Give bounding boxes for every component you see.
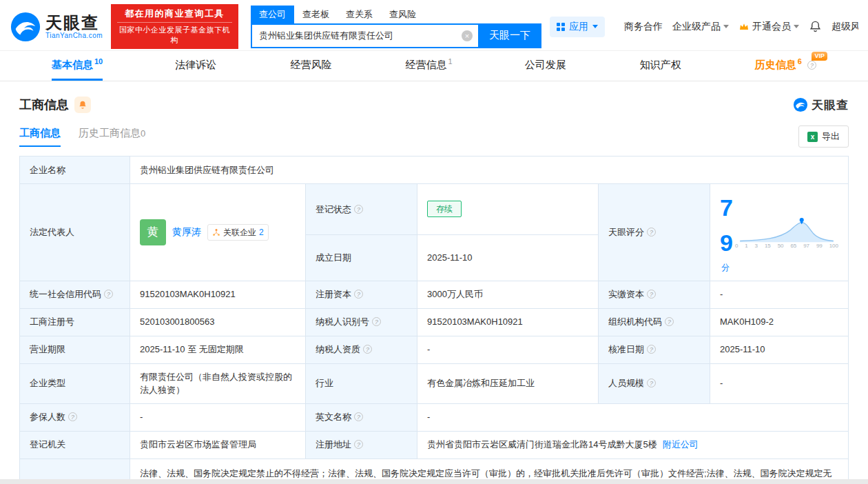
related-companies-tag[interactable]: 关联企业 2: [207, 224, 269, 241]
excel-icon: x: [807, 132, 818, 142]
search-input[interactable]: [251, 23, 478, 48]
reg-capital-label: 注册资本?: [306, 281, 417, 308]
industry-label: 行业: [306, 363, 417, 403]
help-icon[interactable]: ?: [647, 228, 656, 236]
score-curve: [735, 216, 838, 243]
tab-legal-proceedings[interactable]: 法律诉讼: [175, 51, 218, 81]
help-icon[interactable]: ?: [647, 290, 656, 299]
nav-open-membership[interactable]: 开通会员: [738, 21, 799, 33]
table-row: 参保人数? - 英文名称? -: [20, 403, 849, 431]
paid-capital-label: 实缴资本?: [599, 281, 710, 308]
score-label: 天眼评分?: [599, 184, 710, 281]
org-chart-icon: [212, 228, 220, 236]
table-row: 法定代表人 黄 黄厚涛 关联企业 2 登记状态? 存续 天眼评分? 79分: [20, 184, 849, 235]
tab-history-info[interactable]: 历史信息6 ? VIP: [755, 51, 816, 81]
insured-value: -: [130, 403, 306, 431]
search-tab-relation[interactable]: 查关系: [338, 6, 381, 23]
brand-stamp: 天眼查: [793, 97, 849, 113]
help-icon[interactable]: ?: [665, 317, 674, 326]
english-name-label: 英文名称?: [306, 403, 417, 431]
reg-status-label: 登记状态?: [306, 184, 417, 235]
slogan-badge: 都在用的商业查询工具 国家中小企业发展子基金旗下机构: [111, 4, 238, 49]
subtab-business-info[interactable]: 工商信息: [19, 127, 61, 147]
slogan-line1: 都在用的商业查询工具: [117, 8, 232, 23]
company-tabs: 基本信息10 法律诉讼 经营风险 经营信息1 公司发展 知识产权 历史信息6 ?…: [0, 51, 868, 81]
help-icon[interactable]: ?: [807, 61, 816, 70]
search-box: ×: [251, 23, 478, 48]
establish-date-value: 2025-11-10: [417, 234, 599, 281]
legal-rep-label: 法定代表人: [20, 184, 130, 281]
chevron-down-icon: [723, 25, 729, 28]
help-icon[interactable]: ?: [104, 290, 113, 299]
tab-count: 1: [448, 57, 452, 65]
help-icon[interactable]: ?: [354, 290, 363, 299]
subtab-history-business-info[interactable]: 历史工商信息0: [79, 127, 145, 147]
nav-business-cooperation[interactable]: 商务合作: [624, 21, 663, 33]
logo-subtitle: TianYanCha.com: [45, 32, 103, 39]
reg-status-cell: 存续: [417, 184, 599, 235]
search-tab-risk[interactable]: 查风险: [381, 6, 424, 23]
score-value: 79分: [720, 190, 735, 274]
legal-rep-cell: 黄 黄厚涛 关联企业 2: [130, 184, 306, 281]
term-value: 2025-11-10 至 无固定期限: [130, 336, 306, 363]
help-icon[interactable]: ?: [363, 345, 372, 354]
score-cell: 79分 0131550659799100: [710, 184, 849, 281]
taxpayer-no-label: 纳税人识别号?: [306, 308, 417, 336]
search-button[interactable]: 天眼一下: [478, 23, 541, 48]
tab-operational-risk[interactable]: 经营风险: [290, 51, 333, 81]
tianyancha-logo[interactable]: 天眼查 TianYanCha.com: [10, 11, 103, 43]
tianyancha-stamp-icon: [793, 97, 808, 112]
search-area: 查公司 查老板 查关系 查风险 × 天眼一下: [251, 6, 541, 48]
tab-basic-info[interactable]: 基本信息10: [52, 51, 103, 81]
taxpayer-qual-value: -: [417, 336, 599, 363]
nav-super-risk[interactable]: 超级风...: [831, 21, 858, 33]
approval-date-value: 2025-11-10: [710, 336, 849, 363]
staff-size-label: 人员规模?: [599, 363, 710, 403]
tab-business-info[interactable]: 经营信息1: [405, 51, 452, 81]
tab-company-development[interactable]: 公司发展: [525, 51, 568, 81]
english-name-value: -: [417, 403, 849, 431]
table-row: 登记机关 贵阳市云岩区市场监督管理局 注册地址? 贵州省贵阳市云岩区威清门街道瑞…: [20, 431, 849, 458]
org-code-value: MAK0H109-2: [710, 308, 849, 336]
industry-value: 有色金属冶炼和压延加工业: [417, 363, 599, 403]
search-row: × 天眼一下: [251, 23, 541, 48]
tab-count: 10: [94, 57, 103, 65]
search-tab-boss[interactable]: 查老板: [294, 6, 338, 23]
help-icon[interactable]: ?: [647, 345, 656, 354]
nearby-companies-link[interactable]: 附近公司: [663, 439, 699, 450]
help-icon[interactable]: ?: [68, 412, 77, 421]
paid-capital-value: -: [710, 281, 849, 308]
approval-date-label: 核准日期?: [599, 336, 710, 363]
search-tab-company[interactable]: 查公司: [251, 6, 294, 23]
monitor-bell-icon[interactable]: [74, 97, 91, 113]
help-icon[interactable]: ?: [372, 317, 381, 326]
term-label: 营业期限: [20, 336, 130, 363]
top-header: 天眼查 TianYanCha.com 都在用的商业查询工具 国家中小企业发展子基…: [0, 0, 868, 51]
company-name-value: 贵州铝业集团供应链有限责任公司: [130, 157, 849, 184]
help-icon[interactable]: ?: [354, 412, 363, 421]
legal-rep-avatar[interactable]: 黄: [140, 219, 166, 245]
clear-icon[interactable]: ×: [462, 30, 473, 41]
legal-rep-link[interactable]: 黄厚涛: [172, 225, 201, 239]
tianyancha-logo-icon: [10, 11, 41, 43]
reg-no-label: 工商注册号: [20, 308, 130, 336]
address-label: 注册地址?: [306, 431, 417, 458]
company-type-value: 有限责任公司（非自然人投资或控股的法人独资）: [130, 363, 306, 403]
logo-text: 天眼查 TianYanCha.com: [45, 14, 103, 39]
help-icon[interactable]: ?: [354, 440, 363, 449]
apps-menu[interactable]: 应用: [550, 17, 605, 37]
company-name-label: 企业名称: [20, 157, 130, 184]
footer-strip: [0, 479, 868, 484]
tab-intellectual-property[interactable]: 知识产权: [640, 51, 683, 81]
taxpayer-qual-label: 纳税人资质?: [306, 336, 417, 363]
nav-enterprise-products[interactable]: 企业级产品: [672, 21, 729, 33]
insured-label: 参保人数?: [20, 403, 130, 431]
company-type-label: 企业类型: [20, 363, 130, 403]
authority-label: 登记机关: [20, 431, 130, 458]
help-icon[interactable]: ?: [647, 379, 656, 387]
reg-capital-value: 3000万人民币: [417, 281, 599, 308]
export-button[interactable]: x 导出: [798, 125, 849, 148]
help-icon[interactable]: ?: [354, 205, 363, 214]
notification-bell-icon[interactable]: [809, 20, 822, 33]
address-cell: 贵州省贵阳市云岩区威清门街道瑞金北路14号成黔大厦5楼附近公司: [417, 431, 849, 458]
